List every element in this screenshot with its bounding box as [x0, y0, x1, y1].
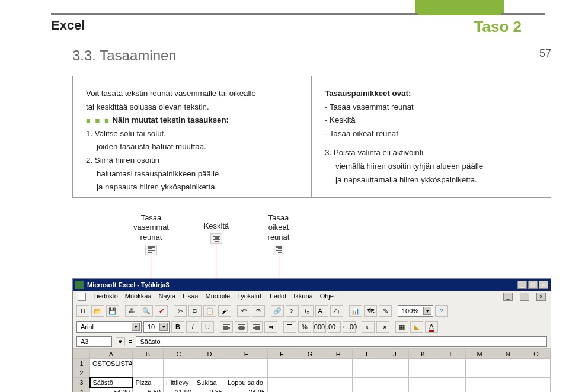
- menu-item[interactable]: Ikkuna: [293, 293, 312, 301]
- cell[interactable]: Suklaa: [194, 378, 225, 387]
- row-header[interactable]: 1: [73, 359, 90, 368]
- doc-close-button[interactable]: ×: [536, 293, 546, 301]
- cell[interactable]: 24,95: [225, 387, 268, 393]
- col-header[interactable]: M: [465, 349, 494, 359]
- grid-row[interactable]: 2: [73, 368, 551, 378]
- header-level: Taso 2: [474, 18, 522, 36]
- open-icon[interactable]: 📂: [91, 305, 104, 317]
- save-icon[interactable]: 💾: [106, 305, 119, 317]
- col-header[interactable]: I: [353, 349, 381, 359]
- spreadsheet-grid[interactable]: A B C D E F G H I J K L M N O 1 OSTOSLIS…: [73, 349, 551, 392]
- zoom-combo[interactable]: 100%▾: [398, 305, 433, 317]
- col-header[interactable]: H: [324, 349, 353, 359]
- sort-asc-icon[interactable]: A↓: [315, 305, 328, 317]
- cell[interactable]: Pizza: [133, 378, 164, 387]
- increase-indent-button[interactable]: ⇥: [376, 321, 389, 333]
- copy-icon[interactable]: ⧉: [188, 305, 202, 317]
- menu-item[interactable]: Tiedosto: [93, 293, 118, 301]
- borders-button[interactable]: ▦: [395, 321, 408, 333]
- increase-decimal-button[interactable]: .00→: [328, 321, 341, 333]
- cell[interactable]: 21,90: [164, 387, 194, 393]
- decrease-decimal-button[interactable]: ←.00: [343, 321, 356, 333]
- name-box-dropdown[interactable]: ▾: [116, 337, 125, 346]
- undo-icon[interactable]: ↶: [237, 305, 250, 317]
- grid-row[interactable]: 1 OSTOSLISTA: [73, 359, 551, 368]
- currency-button[interactable]: ☰: [283, 321, 296, 333]
- format-painter-icon[interactable]: 🖌: [218, 305, 231, 317]
- row-header[interactable]: 4: [73, 387, 90, 393]
- formula-input[interactable]: Säästö: [136, 336, 547, 347]
- print-icon[interactable]: 🖶: [125, 305, 138, 317]
- cut-icon[interactable]: ✂: [174, 305, 187, 317]
- map-icon[interactable]: 🗺: [364, 305, 377, 317]
- menu-item[interactable]: Työkalut: [237, 293, 261, 301]
- column-headers[interactable]: A B C D E F G H I J K L M N O: [73, 349, 551, 359]
- menu-item[interactable]: Näytä: [158, 293, 175, 301]
- maximize-button[interactable]: □: [528, 281, 538, 289]
- hyperlink-icon[interactable]: 🔗: [271, 305, 284, 317]
- close-button[interactable]: ×: [539, 281, 548, 289]
- preview-icon[interactable]: 🔍: [140, 305, 153, 317]
- help-icon[interactable]: ?: [435, 305, 448, 317]
- cell[interactable]: Hittilevy: [164, 378, 194, 387]
- align-center-button[interactable]: [235, 321, 248, 333]
- merge-center-button[interactable]: ⬌: [264, 321, 277, 333]
- col-header[interactable]: E: [225, 349, 268, 359]
- col-header[interactable]: L: [437, 349, 466, 359]
- new-icon[interactable]: 🗋: [76, 305, 89, 317]
- chart-icon[interactable]: 📊: [349, 305, 362, 317]
- menu-item[interactable]: Muokkaa: [125, 293, 152, 301]
- font-combo[interactable]: Arial▾: [76, 321, 142, 333]
- menu-item[interactable]: Ohje: [320, 293, 334, 301]
- cell[interactable]: Loppu saldo: [225, 378, 268, 387]
- doc-minimize-button[interactable]: _: [503, 293, 513, 301]
- col-header[interactable]: B: [133, 349, 164, 359]
- grid-row[interactable]: 4 54,20 6,50 21,90 0,85 24,95: [73, 387, 551, 393]
- grid-row[interactable]: 3 Säästö Pizza Hittilevy Suklaa Loppu sa…: [73, 378, 551, 387]
- italic-button[interactable]: I: [186, 321, 199, 333]
- col-header[interactable]: O: [522, 349, 551, 359]
- menu-item[interactable]: Lisää: [183, 293, 198, 301]
- align-left-icon: [145, 245, 157, 255]
- col-header[interactable]: K: [409, 349, 437, 359]
- decrease-indent-button[interactable]: ⇤: [362, 321, 375, 333]
- col-header[interactable]: A: [90, 349, 133, 359]
- drawing-icon[interactable]: ✎: [379, 305, 392, 317]
- standard-toolbar: 🗋 📂 💾 🖶 🔍 ✔ ✂ ⧉ 📋 🖌 ↶ ↷ 🔗 Σ fₓ A↓ Z↓ 📊 🗺…: [73, 303, 551, 319]
- name-box[interactable]: A3: [76, 336, 112, 347]
- col-header[interactable]: C: [164, 349, 194, 359]
- fontsize-combo[interactable]: 10▾: [143, 321, 170, 333]
- fill-color-button[interactable]: ◣: [410, 321, 423, 333]
- cell[interactable]: OSTOSLISTA: [90, 359, 133, 368]
- align-right-button[interactable]: [250, 321, 263, 333]
- align-left-button[interactable]: [220, 321, 233, 333]
- percent-button[interactable]: %: [298, 321, 311, 333]
- menu-item[interactable]: Tiedot: [268, 293, 286, 301]
- paste-icon[interactable]: 📋: [203, 305, 216, 317]
- cell[interactable]: 6,50: [133, 387, 164, 393]
- cell[interactable]: 0,85: [194, 387, 225, 393]
- row-header[interactable]: 2: [73, 368, 90, 378]
- col-header[interactable]: D: [194, 349, 225, 359]
- autosum-icon[interactable]: Σ: [286, 305, 299, 317]
- col-header[interactable]: J: [381, 349, 409, 359]
- minimize-button[interactable]: _: [517, 281, 527, 289]
- row-header[interactable]: 3: [73, 378, 90, 387]
- thousands-button[interactable]: 000: [313, 321, 326, 333]
- font-color-button[interactable]: A: [425, 321, 438, 333]
- select-all-corner[interactable]: [73, 349, 90, 359]
- bold-button[interactable]: B: [171, 321, 184, 333]
- col-header[interactable]: G: [296, 349, 324, 359]
- doc-maximize-button[interactable]: □: [520, 293, 529, 301]
- menu-item[interactable]: Muotoile: [205, 293, 230, 301]
- callout-align-left: Tasaa vasemmat reunat: [124, 213, 178, 256]
- redo-icon[interactable]: ↷: [252, 305, 265, 317]
- col-header[interactable]: F: [268, 349, 296, 359]
- cell-active[interactable]: Säästö: [90, 378, 133, 387]
- col-header[interactable]: N: [494, 349, 522, 359]
- underline-button[interactable]: U: [201, 321, 214, 333]
- sort-desc-icon[interactable]: Z↓: [330, 305, 343, 317]
- spellcheck-icon[interactable]: ✔: [155, 305, 168, 317]
- function-icon[interactable]: fₓ: [301, 305, 314, 317]
- cell[interactable]: 54,20: [90, 387, 133, 393]
